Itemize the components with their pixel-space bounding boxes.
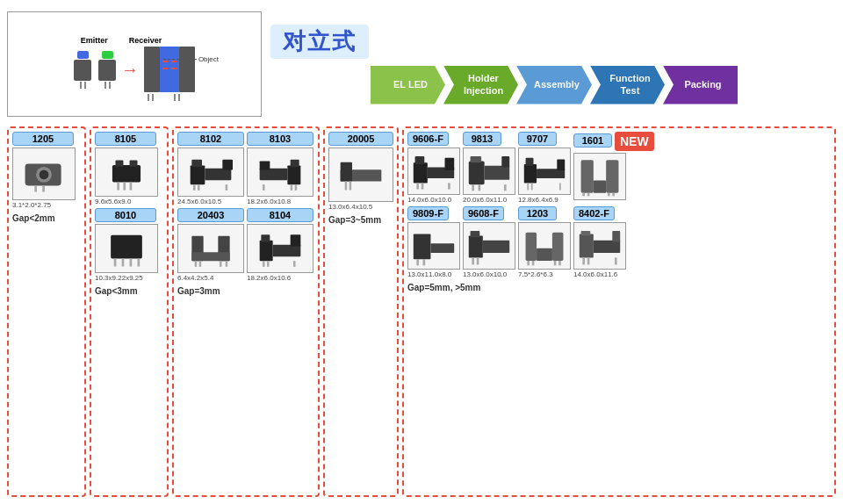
emitter-label: Emitter (81, 36, 108, 45)
svg-rect-61 (504, 184, 507, 191)
svg-rect-60 (479, 184, 481, 191)
svg-rect-15 (138, 259, 140, 267)
dim-8103: 18.2x6.0x10.8 (247, 198, 291, 205)
dim-20005: 13.0x6.4x10.5 (328, 203, 372, 211)
svg-rect-53 (422, 183, 424, 189)
image-1203 (518, 222, 571, 270)
image-1601 (573, 153, 626, 200)
code-9813: 9813 (463, 132, 501, 146)
svg-rect-63 (526, 158, 534, 166)
image-1205 (12, 148, 76, 200)
dim-9707: 12.8x6.4x6.9 (518, 196, 558, 204)
svg-rect-23 (287, 166, 300, 185)
chinese-title: 对立式 (270, 25, 369, 59)
image-8102 (177, 148, 244, 197)
code-8102: 8102 (177, 132, 244, 146)
svg-rect-38 (261, 234, 270, 241)
svg-rect-41 (263, 261, 265, 267)
dim-8010: 10.3x9.22x9.25 (95, 274, 143, 282)
svg-rect-20 (193, 184, 196, 191)
dim-20403: 6.4x4.2x5.4 (177, 274, 213, 282)
sensor-1203-svg (522, 226, 566, 266)
svg-rect-96 (582, 257, 585, 264)
svg-rect-85 (526, 233, 537, 261)
svg-rect-71 (594, 180, 606, 192)
sensor-20005-svg (339, 155, 383, 195)
svg-rect-22 (226, 184, 228, 191)
code-8103: 8103 (247, 132, 313, 146)
svg-rect-87 (537, 248, 552, 261)
gap3-label: Gap=3mm (177, 286, 314, 296)
svg-rect-52 (416, 183, 419, 189)
code-8402f: 8402-F (573, 206, 615, 220)
gap5-label: Gap=5mm, >5mm (407, 283, 831, 292)
step-holder-injection: Holder Injection (443, 66, 518, 104)
svg-rect-94 (594, 241, 620, 253)
svg-rect-86 (552, 233, 564, 261)
svg-rect-45 (341, 162, 352, 182)
svg-rect-28 (295, 184, 298, 191)
svg-point-2 (40, 170, 49, 180)
sensor-1601-svg (578, 156, 622, 197)
code-1203: 1203 (518, 206, 557, 220)
dim-9608f: 13.0x6.0x10.0 (463, 270, 507, 278)
svg-rect-49 (415, 156, 425, 164)
code-9606f: 9606-F (407, 132, 449, 146)
sensor-9707-svg (522, 151, 566, 191)
svg-rect-25 (260, 169, 288, 180)
svg-rect-4 (42, 185, 45, 191)
svg-rect-5 (112, 165, 140, 183)
code-9809f: 9809-F (407, 206, 449, 220)
sensor-8010-svg (104, 228, 148, 269)
svg-rect-67 (531, 183, 533, 190)
diagram-box: Emitter Receiver (7, 11, 262, 117)
svg-rect-6 (116, 161, 124, 167)
svg-rect-18 (205, 169, 231, 180)
step-assembly: Assembly (516, 66, 592, 104)
svg-rect-75 (612, 193, 615, 197)
svg-rect-54 (448, 183, 450, 189)
gap3single-group: 8105 9.6x5.6x9.0 (90, 126, 169, 497)
svg-rect-43 (293, 261, 296, 267)
svg-rect-65 (557, 160, 565, 171)
svg-rect-78 (416, 259, 419, 265)
svg-rect-19 (222, 160, 233, 170)
svg-rect-36 (226, 261, 228, 267)
code-1601: 1601 (573, 133, 612, 148)
svg-rect-17 (191, 160, 202, 167)
svg-rect-13 (122, 259, 125, 267)
svg-rect-77 (430, 243, 454, 253)
product-section: 1205 3.1*2.0*2.75 Gap<2mm (7, 126, 836, 497)
svg-rect-10 (130, 183, 133, 191)
svg-rect-88 (527, 261, 530, 265)
process-flow: EL LED Holder Injection Assembly Functio… (270, 66, 836, 104)
svg-rect-29 (263, 184, 265, 191)
sensor-9606f-svg (412, 151, 456, 191)
dim-8105: 9.6x5.6x9.0 (95, 198, 131, 205)
dim-8102: 24.5x6.0x10.5 (177, 198, 221, 205)
svg-rect-69 (581, 160, 594, 193)
dim-1205: 3.1*2.0*2.75 (12, 201, 51, 209)
svg-rect-66 (527, 183, 529, 190)
svg-rect-91 (558, 261, 561, 265)
dim-9606f: 14.0x6.0x10.0 (407, 196, 451, 204)
svg-rect-34 (199, 261, 202, 267)
gap35-label: Gap=3~5mm (328, 215, 393, 225)
step-el-led: EL LED (371, 66, 445, 104)
sensor-8105-svg (104, 152, 148, 192)
svg-rect-8 (117, 183, 119, 191)
svg-rect-55 (469, 161, 485, 184)
svg-rect-42 (267, 261, 270, 267)
sensor-8402f-svg (578, 226, 622, 266)
svg-rect-40 (291, 234, 301, 246)
image-9608f (463, 222, 515, 270)
image-9813 (463, 148, 515, 195)
image-8105 (95, 148, 158, 197)
svg-rect-98 (615, 257, 617, 264)
svg-rect-16 (191, 166, 205, 185)
svg-rect-97 (587, 257, 590, 264)
code-8010: 8010 (95, 208, 156, 222)
gap5-group: 9606-F 14.0x6 (402, 126, 836, 497)
code-20005: 20005 (328, 132, 393, 146)
object-label: Object (198, 55, 219, 63)
